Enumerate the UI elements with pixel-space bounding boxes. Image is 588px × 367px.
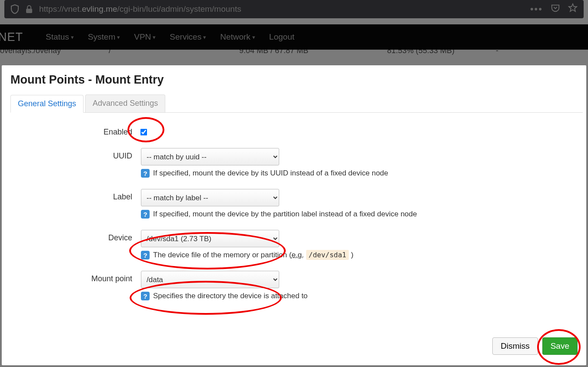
uuid-select[interactable]: -- match by uuid --	[141, 148, 279, 165]
help-icon: ?	[141, 251, 150, 259]
tab-bar: General Settings Advanced Settings	[10, 94, 583, 113]
help-icon: ?	[141, 169, 150, 178]
dismiss-button[interactable]: Dismiss	[492, 337, 538, 355]
help-icon: ?	[141, 292, 150, 300]
device-select[interactable]: /dev/sda1 (2.73 TB)	[141, 230, 279, 247]
mount-point-select[interactable]: /data	[141, 271, 279, 288]
enabled-checkbox[interactable]	[140, 129, 147, 136]
mount-entry-modal: Mount Points - Mount Entry General Setti…	[2, 65, 586, 365]
label-select[interactable]: -- match by label --	[141, 189, 279, 206]
tab-advanced-settings[interactable]: Advanced Settings	[85, 94, 165, 112]
label-label: Label	[10, 189, 141, 202]
uuid-hint: If specified, mount the device by its UU…	[153, 169, 388, 178]
uuid-label: UUID	[10, 148, 141, 161]
modal-title: Mount Points - Mount Entry	[2, 73, 586, 94]
device-label: Device	[10, 230, 141, 242]
enabled-label: Enabled	[10, 124, 141, 137]
mount-point-hint: Specifies the directory the device is at…	[153, 292, 307, 300]
save-button[interactable]: Save	[542, 337, 578, 355]
help-icon: ?	[141, 210, 150, 219]
mount-point-label: Mount point	[10, 271, 141, 283]
label-hint: If specified, mount the device by the pa…	[153, 210, 417, 219]
tab-general-settings[interactable]: General Settings	[10, 95, 84, 113]
device-hint: The device file of the memory or partiti…	[153, 251, 354, 259]
